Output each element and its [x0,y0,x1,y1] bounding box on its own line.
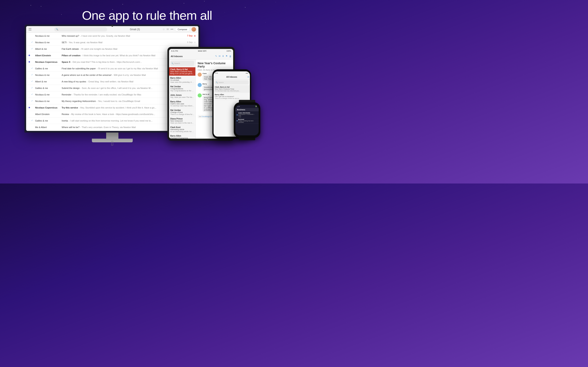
email-preview: I'm told that Clark has informed you... [215,90,249,92]
email-sender: Clark, Barry & Hal [215,86,249,88]
email-sender: Diana Prince [170,118,194,120]
iphone-back-icon[interactable]: ‹ [214,76,215,78]
ipad-time: 9:41 PM [171,50,178,52]
ipad-toolbar: All Inboxes ✎ ✉ ⬇ ⚑ 🗑 [169,53,233,59]
table-row[interactable]: Nicolaus & me Who messed up? - I have on… [26,33,199,39]
ipad-signal: ●●●● WiFi [198,50,207,52]
email-preview: Hey Congratulations on the success... [170,90,194,92]
avatar [198,73,202,77]
ipad-archive-icon[interactable]: ⬇ [222,55,224,58]
imac-stand-neck [106,133,118,139]
watch-battery-icon: 🔋 [255,106,257,107]
email-star-icon[interactable]: ☆ [194,41,196,44]
list-item[interactable]: Hal Jordan Change of time There is a cha… [169,108,195,117]
ipad-toolbar-icons: ✎ ✉ ⬇ ⚑ 🗑 [215,55,232,58]
email-sender: Albert Einstein [35,54,62,57]
list-item[interactable]: John Jones Hey, Have you seen The Martia… [169,93,195,100]
list-item[interactable]: Barry Allen Can I get one on Amazon? The… [214,93,250,100]
email-sender: Barry Allen [170,100,194,103]
iphone-search-bar[interactable]: 🔍 Search [215,80,249,84]
email-subject: Review [62,113,69,115]
check-icon: ✓ [31,80,34,83]
iphone-compose-icon[interactable]: ✉ [247,76,249,78]
check-icon: ✓ [31,67,34,70]
ipad-compose-icon[interactable]: ✉ [219,55,221,58]
email-star-icon[interactable]: ★ [194,34,196,37]
email-sender: Albert & me [35,48,62,50]
email-sender: Nicolaus & me [35,74,62,76]
iphone-statusbar: 9:41 ●●● [214,71,250,75]
watch-statusbar: 1:30 🔋 [235,105,259,108]
email-subject: Reminder [62,93,71,96]
email-preview: There is a change of time for our re... [170,113,194,115]
email-preview: - Yes. It was great. via Newton Mail [67,41,184,44]
list-item[interactable]: Clark, Barry & Hal New Year's Costume Pa… [214,85,250,93]
avatar [198,93,202,98]
list-item[interactable]: Cobes Worldwide Philosopher's Conference… [235,112,259,118]
email-preview: Hey, Have you seen The Martian ye... [170,96,194,98]
email-sender: Barry Allen [215,94,249,96]
ipad-sidebar: 🔍 Search Clark, Barry & Hal New Year's C… [169,59,196,139]
list-item[interactable]: Barry Allen Outreach Programme Our new o… [169,134,195,139]
check-icon: ✓ [31,48,34,50]
check-icon: ✓ [31,74,34,76]
email-subject: I'm excited [170,79,194,81]
ipad-flag-icon[interactable]: ⚑ [226,55,228,58]
apple-logo:  [92,139,133,148]
list-item[interactable]: Clark Kent Interesting article It's an i… [169,125,195,134]
email-date: 6 Sep [184,41,192,43]
list-item[interactable]: Barry Allen I'm excited Have seen this y… [169,76,195,84]
ipad-edit-icon[interactable]: ✎ [215,55,217,58]
ipad-email-list: Clark, Barry & Hal New Year's Costume Pa… [169,67,195,139]
email-subject: Interesting article [170,128,194,131]
mail-filter-icon[interactable]: ✉ [167,28,169,31]
check-icon: ✓ [31,87,34,89]
email-subject: Flat Earth debate [62,48,79,50]
unread-dot-icon [237,114,238,115]
watch-email-item: Cobes Worldwide Philosopher's Conference… [237,112,258,118]
email-subject: New restaurant [170,120,194,122]
email-preview: I'm told that Clark has informa... [170,105,194,107]
list-item[interactable]: Diana Prince New restaurant Have you bee… [169,117,195,125]
unread-dot-icon [237,120,238,121]
list-item[interactable]: Clark, Barry & Hal New Year's Costume Pa… [169,67,195,76]
email-preview: Bring it on! Let me just get my ring... [170,73,194,75]
user-avatar[interactable] [191,27,196,32]
email-sender: Nicolaus Copernicus [35,106,62,109]
email-subject: Congratulations [170,88,194,90]
list-item[interactable]: Hal Jordan Congratulations Hey Congratul… [169,84,195,93]
imac-stand-base:  [92,139,133,142]
email-subject: New Year's Costume Party [215,88,249,90]
check-icon: ✓ [31,100,34,102]
unread-indicator [29,61,30,63]
email-sender: Albert Einstein [35,113,62,115]
email-sender: Nicolaus & me [35,35,62,37]
ipad-search-bar[interactable]: 🔍 Search [170,61,194,66]
more-options-icon[interactable]: ••• [171,28,173,31]
email-subject: A game where sun is at the center of the… [62,74,112,76]
email-date: 7 Apr [238,117,258,118]
table-row[interactable]: ✓ Nicolaus & me SETI - Yes. It was great… [26,39,199,46]
list-item[interactable]: Barry Allen Clark's new case I'm told th… [169,100,195,108]
email-subject: SETI [62,41,67,44]
email-subject: Inertia [62,119,68,122]
email-subject: Final date for submitting the paper [62,67,96,70]
email-preview: - I have one word for you. Gravity, via … [80,35,184,37]
compose-button[interactable]: Compose [175,27,190,31]
email-search-bar[interactable]: 🔍 [54,27,107,31]
email-preview: There is a change of time for our re... [215,98,249,99]
list-item[interactable]: Bertrand Today's meeting has been cancel… [235,118,259,124]
avatar [198,83,202,87]
star-filter-icon[interactable]: ☆ [163,28,165,31]
email-subject: Who messed up? [62,35,79,37]
email-preview: Have you been to the new Italian pl... [170,122,194,124]
email-subject: Outreach Programme [170,137,194,139]
email-sender: Hal Jordan [170,109,194,111]
watch-screen: 1:30 🔋 Business Cobes Worldwide Philosop… [235,105,259,135]
hamburger-menu-icon[interactable] [29,28,31,30]
email-subject: Where will he be? [62,126,79,128]
check-icon [31,54,34,57]
ipad-trash-icon[interactable]: 🗑 [229,55,232,58]
email-subject: Submit the design [62,87,80,89]
email-sender: Albert & me [35,80,62,83]
